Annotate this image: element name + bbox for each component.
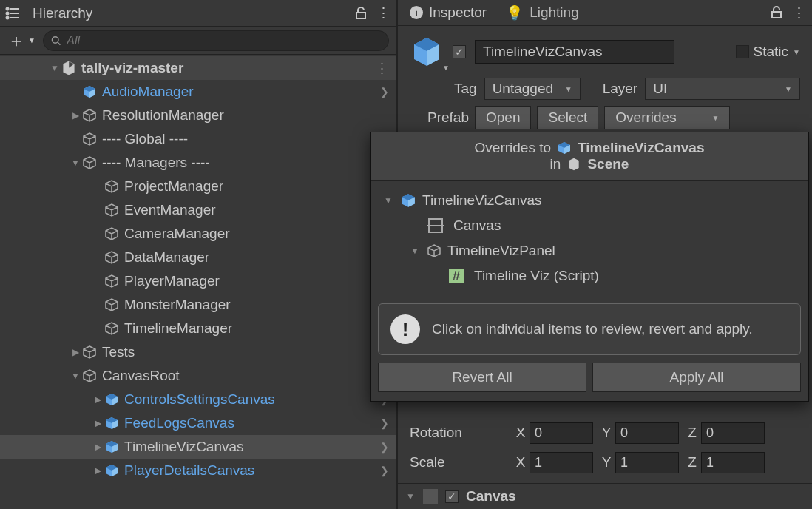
create-button[interactable]: ＋▼ <box>7 29 35 53</box>
lock-icon[interactable] <box>768 4 785 21</box>
unity-icon <box>61 60 77 76</box>
gameobject-name-input[interactable] <box>475 40 674 64</box>
tree-item-managers[interactable]: ---- Managers ---- <box>0 151 396 175</box>
item-label: DataManager <box>124 249 396 266</box>
gameobject-icon[interactable]: ▼ <box>410 35 444 69</box>
gameobject-cube-icon <box>104 226 120 242</box>
tree-item-tests[interactable]: Tests <box>0 340 396 364</box>
tree-item-datamgr[interactable]: DataManager <box>0 246 396 269</box>
item-label: PlayerManager <box>124 273 396 289</box>
tree-item-projectmgr[interactable]: ProjectManager <box>0 175 396 198</box>
override-item-canvas[interactable]: Canvas <box>376 213 802 238</box>
rotation-label: Rotation <box>410 425 507 441</box>
tree-item-monstermgr[interactable]: MonsterManager <box>0 293 396 317</box>
static-dropdown-icon[interactable]: ▼ <box>793 48 800 56</box>
scale-x-input[interactable] <box>530 452 593 473</box>
chevron-right-icon[interactable]: ❯ <box>380 417 389 429</box>
unity-icon <box>566 157 581 172</box>
tree-item-controlscanvas[interactable]: ControlsSettingsCanvas❯ <box>0 388 396 411</box>
expand-arrow-icon[interactable] <box>405 491 416 502</box>
revert-all-button[interactable]: Revert All <box>378 363 586 392</box>
apply-all-button[interactable]: Apply All <box>592 363 801 392</box>
override-item-panel[interactable]: TimelineVizPanel <box>376 238 802 263</box>
tree-item-audio[interactable]: AudioManager ❯ <box>0 80 396 104</box>
expand-arrow-icon[interactable] <box>92 442 104 452</box>
expand-arrow-icon[interactable] <box>70 371 81 381</box>
inspector-tab[interactable]: i Inspector <box>402 1 494 24</box>
prefab-open-button[interactable]: Open <box>475 106 531 129</box>
tree-item-feedlogs[interactable]: FeedLogsCanvas❯ <box>0 411 396 435</box>
tree-item-timelinemgr[interactable]: TimelineManager <box>0 317 396 340</box>
expand-arrow-icon[interactable] <box>92 418 104 428</box>
kebab-icon[interactable]: ⋮ <box>374 4 392 22</box>
hierarchy-tabbar: Hierarchy ⋮ <box>0 0 396 27</box>
hierarchy-tab[interactable]: Hierarchy <box>25 2 100 24</box>
item-label: ---- Global ---- <box>102 131 396 147</box>
kebab-icon[interactable]: ⋮ <box>790 4 808 21</box>
expand-arrow-icon[interactable] <box>92 465 104 476</box>
scale-z-input[interactable] <box>701 452 765 473</box>
layer-label: Layer <box>603 81 638 97</box>
svg-line-7 <box>58 42 60 44</box>
overrides-popover: Overrides to TimelineVizCanvas in Scene … <box>370 132 809 402</box>
lock-icon[interactable] <box>352 4 370 22</box>
override-item-script[interactable]: # Timeline Viz (Script) <box>376 263 802 289</box>
rotation-x-input[interactable] <box>530 422 593 444</box>
rotation-y-input[interactable] <box>615 422 679 444</box>
expand-arrow-icon[interactable] <box>70 158 81 168</box>
tree-item-resolution[interactable]: ResolutionManager <box>0 104 396 127</box>
canvas-component-header[interactable]: ✓ Canvas <box>398 483 812 509</box>
lighting-tab[interactable]: 💡 Lighting <box>498 1 586 24</box>
hierarchy-panel: Hierarchy ⋮ ＋▼ tally-viz-master ⋮ <box>0 0 398 509</box>
prefab-select-button[interactable]: Select <box>537 106 598 129</box>
tag-dropdown[interactable]: Untagged▼ <box>484 78 581 100</box>
expand-arrow-icon[interactable] <box>70 110 81 121</box>
layer-dropdown[interactable]: UI▼ <box>645 78 800 100</box>
item-label: Tests <box>102 344 396 360</box>
expand-arrow-icon[interactable] <box>409 246 421 256</box>
expand-arrow-icon[interactable] <box>92 394 104 405</box>
gameobject-cube-icon <box>81 344 98 360</box>
hierarchy-search[interactable] <box>43 30 389 51</box>
tree-item-global[interactable]: ---- Global ---- <box>0 127 396 151</box>
script-icon: # <box>449 269 464 283</box>
scale-y-input[interactable] <box>615 452 679 473</box>
popover-header: Overrides to TimelineVizCanvas in Scene <box>371 132 808 181</box>
tree-item-playermgr[interactable]: PlayerManager <box>0 269 396 293</box>
info-icon: i <box>410 6 423 19</box>
lighting-title: Lighting <box>530 4 579 21</box>
tree-item-timelineviz[interactable]: TimelineVizCanvas❯ <box>0 435 396 459</box>
expand-arrow-icon[interactable] <box>49 63 61 73</box>
tree-item-canvasroot[interactable]: CanvasRoot <box>0 364 396 388</box>
hierarchy-tree: tally-viz-master ⋮ AudioManager ❯ Resolu… <box>0 55 396 509</box>
tree-item-playerdetails[interactable]: PlayerDetailsCanvas❯ <box>0 459 396 482</box>
canvas-enabled-checkbox[interactable]: ✓ <box>445 490 459 503</box>
search-input[interactable] <box>67 34 381 47</box>
scene-row[interactable]: tally-viz-master ⋮ <box>0 56 396 80</box>
item-label: CanvasRoot <box>102 368 396 384</box>
prefab-label: Prefab <box>427 109 469 126</box>
prefab-cube-icon <box>557 141 572 155</box>
item-label: ControlsSettingsCanvas <box>124 391 380 408</box>
expand-arrow-icon[interactable] <box>70 347 81 357</box>
chevron-right-icon[interactable]: ❯ <box>380 441 389 453</box>
expand-arrow-icon[interactable] <box>382 195 394 206</box>
chevron-right-icon[interactable]: ❯ <box>380 86 389 98</box>
hierarchy-list-icon <box>4 5 21 21</box>
override-item-root[interactable]: TimelineVizCanvas <box>376 188 802 213</box>
gameobject-cube-icon <box>104 202 120 218</box>
prefab-cube-icon <box>81 84 98 100</box>
gameobject-cube-icon <box>427 243 441 258</box>
active-checkbox[interactable]: ✓ <box>453 45 466 58</box>
static-checkbox[interactable] <box>736 45 749 58</box>
static-label: Static <box>754 44 789 60</box>
chevron-right-icon[interactable]: ❯ <box>380 465 389 476</box>
scene-menu-icon[interactable]: ⋮ <box>375 60 389 77</box>
rotation-z-input[interactable] <box>701 422 765 444</box>
prefab-cube-icon <box>104 439 120 455</box>
tree-item-eventmgr[interactable]: EventManager <box>0 198 396 222</box>
prefab-overrides-dropdown[interactable]: Overrides▼ <box>604 106 730 129</box>
tag-label: Tag <box>454 81 477 97</box>
gameobject-cube-icon <box>81 107 98 124</box>
tree-item-cameramgr[interactable]: CameraManager <box>0 222 396 246</box>
